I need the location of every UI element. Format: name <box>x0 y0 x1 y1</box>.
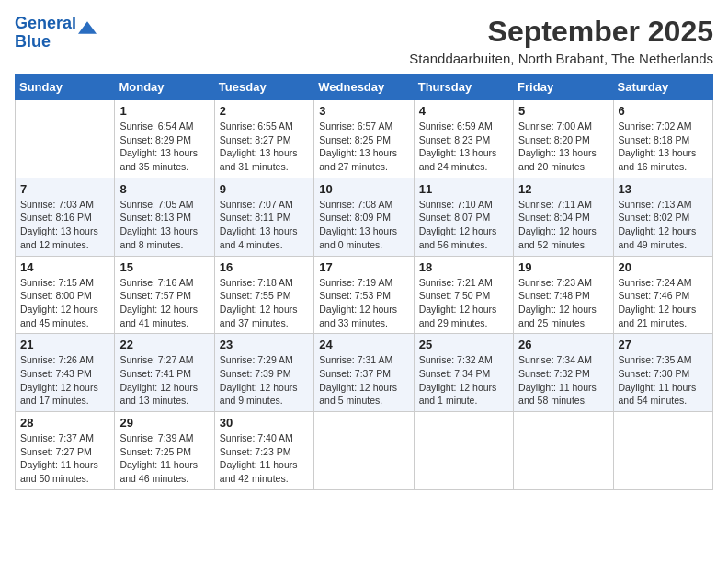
day-info: Sunrise: 7:24 AM Sunset: 7:46 PM Dayligh… <box>619 276 708 330</box>
calendar-cell <box>514 412 613 490</box>
calendar-cell: 21Sunrise: 7:26 AM Sunset: 7:43 PM Dayli… <box>16 334 115 412</box>
day-number: 26 <box>518 338 608 351</box>
day-number: 10 <box>319 182 408 196</box>
day-number: 24 <box>319 338 408 351</box>
location-subtitle: Standdaarbuiten, North Brabant, The Neth… <box>97 51 713 66</box>
day-info: Sunrise: 7:18 AM Sunset: 7:55 PM Dayligh… <box>220 276 309 330</box>
calendar-cell: 8Sunrise: 7:05 AM Sunset: 8:13 PM Daylig… <box>115 178 214 256</box>
calendar-cell: 2Sunrise: 6:55 AM Sunset: 8:27 PM Daylig… <box>214 100 313 178</box>
day-number: 17 <box>319 260 408 274</box>
day-info: Sunrise: 7:03 AM Sunset: 8:16 PM Dayligh… <box>20 198 109 252</box>
day-info: Sunrise: 7:37 AM Sunset: 7:27 PM Dayligh… <box>20 431 109 486</box>
calendar-cell <box>613 412 712 490</box>
day-number: 15 <box>119 260 209 274</box>
day-number: 9 <box>220 182 309 196</box>
week-row-4: 21Sunrise: 7:26 AM Sunset: 7:43 PM Dayli… <box>16 334 713 412</box>
calendar-cell: 23Sunrise: 7:29 AM Sunset: 7:39 PM Dayli… <box>214 334 313 412</box>
logo: GeneralBlue <box>15 15 97 52</box>
calendar-cell: 18Sunrise: 7:21 AM Sunset: 7:50 PM Dayli… <box>414 256 513 334</box>
weekday-header-monday: Monday <box>115 75 214 100</box>
calendar-cell: 9Sunrise: 7:07 AM Sunset: 8:11 PM Daylig… <box>214 178 313 256</box>
day-info: Sunrise: 7:13 AM Sunset: 8:02 PM Dayligh… <box>619 198 708 252</box>
day-number: 12 <box>518 182 608 196</box>
day-info: Sunrise: 7:11 AM Sunset: 8:04 PM Dayligh… <box>518 198 608 252</box>
day-info: Sunrise: 7:05 AM Sunset: 8:13 PM Dayligh… <box>119 198 209 252</box>
calendar-cell: 20Sunrise: 7:24 AM Sunset: 7:46 PM Dayli… <box>613 256 712 334</box>
month-title: September 2025 <box>97 15 713 49</box>
day-number: 21 <box>20 338 109 351</box>
day-number: 8 <box>119 182 209 196</box>
day-info: Sunrise: 7:15 AM Sunset: 8:00 PM Dayligh… <box>20 276 109 330</box>
calendar-cell: 25Sunrise: 7:32 AM Sunset: 7:34 PM Dayli… <box>414 334 513 412</box>
day-info: Sunrise: 7:35 AM Sunset: 7:30 PM Dayligh… <box>619 353 708 408</box>
calendar-cell: 12Sunrise: 7:11 AM Sunset: 8:04 PM Dayli… <box>514 178 613 256</box>
calendar-cell: 26Sunrise: 7:34 AM Sunset: 7:32 PM Dayli… <box>514 334 613 412</box>
calendar-table: SundayMondayTuesdayWednesdayThursdayFrid… <box>15 74 713 490</box>
week-row-2: 7Sunrise: 7:03 AM Sunset: 8:16 PM Daylig… <box>16 178 713 256</box>
weekday-header-friday: Friday <box>514 75 613 100</box>
day-info: Sunrise: 7:19 AM Sunset: 7:53 PM Dayligh… <box>319 276 408 330</box>
day-number: 23 <box>220 338 309 351</box>
day-info: Sunrise: 7:27 AM Sunset: 7:41 PM Dayligh… <box>119 353 209 408</box>
day-info: Sunrise: 7:34 AM Sunset: 7:32 PM Dayligh… <box>518 353 608 408</box>
calendar-cell: 11Sunrise: 7:10 AM Sunset: 8:07 PM Dayli… <box>414 178 513 256</box>
calendar-cell: 5Sunrise: 7:00 AM Sunset: 8:20 PM Daylig… <box>514 100 613 178</box>
calendar-cell: 16Sunrise: 7:18 AM Sunset: 7:55 PM Dayli… <box>214 256 313 334</box>
day-number: 7 <box>20 182 109 196</box>
calendar-cell <box>414 412 513 490</box>
day-number: 6 <box>619 104 708 118</box>
calendar-cell: 1Sunrise: 6:54 AM Sunset: 8:29 PM Daylig… <box>115 100 214 178</box>
calendar-cell <box>314 412 414 490</box>
calendar-cell: 19Sunrise: 7:23 AM Sunset: 7:48 PM Dayli… <box>514 256 613 334</box>
day-number: 18 <box>419 260 508 274</box>
day-info: Sunrise: 6:57 AM Sunset: 8:25 PM Dayligh… <box>319 120 408 174</box>
day-number: 20 <box>619 260 708 274</box>
day-number: 14 <box>20 260 109 274</box>
calendar-cell: 4Sunrise: 6:59 AM Sunset: 8:23 PM Daylig… <box>414 100 513 178</box>
logo-text: GeneralBlue <box>15 15 76 52</box>
day-info: Sunrise: 7:00 AM Sunset: 8:20 PM Dayligh… <box>518 120 608 174</box>
calendar-cell: 6Sunrise: 7:02 AM Sunset: 8:18 PM Daylig… <box>613 100 712 178</box>
weekday-header-tuesday: Tuesday <box>214 75 313 100</box>
day-info: Sunrise: 7:16 AM Sunset: 7:57 PM Dayligh… <box>119 276 209 330</box>
weekday-header-sunday: Sunday <box>16 75 115 100</box>
weekday-header-saturday: Saturday <box>613 75 712 100</box>
day-info: Sunrise: 7:26 AM Sunset: 7:43 PM Dayligh… <box>20 353 109 408</box>
week-row-3: 14Sunrise: 7:15 AM Sunset: 8:00 PM Dayli… <box>16 256 713 334</box>
calendar-cell: 24Sunrise: 7:31 AM Sunset: 7:37 PM Dayli… <box>314 334 414 412</box>
calendar-cell: 13Sunrise: 7:13 AM Sunset: 8:02 PM Dayli… <box>613 178 712 256</box>
day-info: Sunrise: 6:54 AM Sunset: 8:29 PM Dayligh… <box>119 120 209 174</box>
calendar-cell: 14Sunrise: 7:15 AM Sunset: 8:00 PM Dayli… <box>16 256 115 334</box>
day-number: 11 <box>419 182 508 196</box>
calendar-cell: 15Sunrise: 7:16 AM Sunset: 7:57 PM Dayli… <box>115 256 214 334</box>
day-info: Sunrise: 7:21 AM Sunset: 7:50 PM Dayligh… <box>419 276 508 330</box>
day-number: 19 <box>518 260 608 274</box>
day-info: Sunrise: 7:02 AM Sunset: 8:18 PM Dayligh… <box>619 120 708 174</box>
day-number: 22 <box>119 338 209 351</box>
day-number: 13 <box>619 182 708 196</box>
calendar-cell: 7Sunrise: 7:03 AM Sunset: 8:16 PM Daylig… <box>16 178 115 256</box>
calendar-cell: 30Sunrise: 7:40 AM Sunset: 7:23 PM Dayli… <box>214 412 313 490</box>
day-info: Sunrise: 7:40 AM Sunset: 7:23 PM Dayligh… <box>220 431 309 486</box>
title-block: September 2025 Standdaarbuiten, North Br… <box>97 15 713 66</box>
day-info: Sunrise: 6:59 AM Sunset: 8:23 PM Dayligh… <box>419 120 508 174</box>
calendar-cell <box>16 100 115 178</box>
weekday-header-wednesday: Wednesday <box>314 75 414 100</box>
day-info: Sunrise: 7:10 AM Sunset: 8:07 PM Dayligh… <box>419 198 508 252</box>
day-info: Sunrise: 7:23 AM Sunset: 7:48 PM Dayligh… <box>518 276 608 330</box>
calendar-cell: 10Sunrise: 7:08 AM Sunset: 8:09 PM Dayli… <box>314 178 414 256</box>
day-number: 1 <box>119 104 209 118</box>
calendar-cell: 28Sunrise: 7:37 AM Sunset: 7:27 PM Dayli… <box>16 412 115 490</box>
day-info: Sunrise: 7:29 AM Sunset: 7:39 PM Dayligh… <box>220 353 309 408</box>
day-number: 4 <box>419 104 508 118</box>
week-row-5: 28Sunrise: 7:37 AM Sunset: 7:27 PM Dayli… <box>16 412 713 490</box>
day-number: 28 <box>20 416 109 430</box>
day-number: 16 <box>220 260 309 274</box>
logo-icon <box>78 21 97 34</box>
day-info: Sunrise: 6:55 AM Sunset: 8:27 PM Dayligh… <box>220 120 309 174</box>
calendar-cell: 22Sunrise: 7:27 AM Sunset: 7:41 PM Dayli… <box>115 334 214 412</box>
calendar-cell: 27Sunrise: 7:35 AM Sunset: 7:30 PM Dayli… <box>613 334 712 412</box>
day-number: 30 <box>220 416 309 430</box>
calendar-cell: 29Sunrise: 7:39 AM Sunset: 7:25 PM Dayli… <box>115 412 214 490</box>
day-info: Sunrise: 7:07 AM Sunset: 8:11 PM Dayligh… <box>220 198 309 252</box>
